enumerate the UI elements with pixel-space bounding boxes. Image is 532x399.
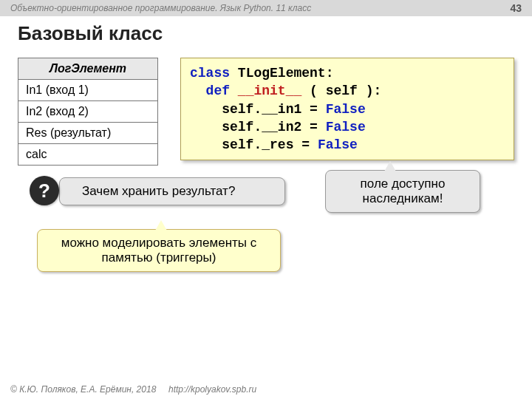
code-line: self.__in1 bbox=[222, 102, 301, 117]
page-title: Базовый класс bbox=[18, 22, 163, 45]
course-label: Объектно-ориентированное программировани… bbox=[10, 3, 311, 13]
note-right-text: поле доступно наследникам! bbox=[361, 177, 446, 205]
question-mark-icon: ? bbox=[30, 176, 59, 205]
note-bottom-bubble: можно моделировать элементы с памятью (т… bbox=[37, 229, 281, 272]
eq: = bbox=[310, 102, 318, 117]
param-self: self bbox=[326, 83, 358, 98]
kw-false: False bbox=[326, 102, 366, 117]
header-bar: Объектно-ориентированное программировани… bbox=[0, 0, 532, 16]
question-text: Зачем хранить результат? bbox=[82, 184, 235, 198]
question-bubble: Зачем хранить результат? bbox=[59, 177, 285, 205]
note-bottom-tail bbox=[155, 220, 167, 231]
kw-def: def bbox=[206, 83, 230, 98]
table-row: In2 (вход 2) bbox=[18, 101, 158, 123]
table-row: calc bbox=[18, 144, 158, 166]
content: ЛогЭлемент In1 (вход 1) In2 (вход 2) Res… bbox=[18, 58, 514, 166]
code-block: class TLogElement: def __init__ ( self )… bbox=[180, 58, 514, 160]
page-number: 43 bbox=[510, 2, 522, 14]
note-bottom-text: можно моделировать элементы с памятью (т… bbox=[61, 236, 257, 265]
note-right-tail bbox=[384, 161, 396, 171]
code-line: self._res bbox=[222, 137, 293, 152]
table-row: In1 (вход 1) bbox=[18, 80, 158, 101]
table-header: ЛогЭлемент bbox=[18, 58, 158, 80]
copyright: © К.Ю. Поляков, Е.А. Ерёмин, 2018 bbox=[10, 384, 156, 395]
kw-false: False bbox=[318, 137, 358, 152]
code-line: self.__in2 bbox=[222, 120, 301, 134]
fn-init: __init__ bbox=[238, 83, 301, 98]
footer-link[interactable]: http://kpolyakov.spb.ru bbox=[168, 384, 256, 395]
table-row: Res (результат) bbox=[18, 123, 158, 144]
class-table: ЛогЭлемент In1 (вход 1) In2 (вход 2) Res… bbox=[18, 58, 158, 166]
row-main: ЛогЭлемент In1 (вход 1) In2 (вход 2) Res… bbox=[18, 58, 514, 166]
eq: = bbox=[310, 120, 318, 134]
note-right-bubble: поле доступно наследникам! bbox=[325, 170, 480, 213]
eq: = bbox=[301, 137, 310, 152]
classname: TLogElement bbox=[238, 66, 326, 81]
kw-false: False bbox=[326, 120, 366, 134]
callouts: Зачем хранить результат? ? поле доступно… bbox=[0, 177, 532, 325]
kw-class: class bbox=[190, 66, 230, 81]
footer: © К.Ю. Поляков, Е.А. Ерёмин, 2018 http:/… bbox=[10, 384, 256, 395]
